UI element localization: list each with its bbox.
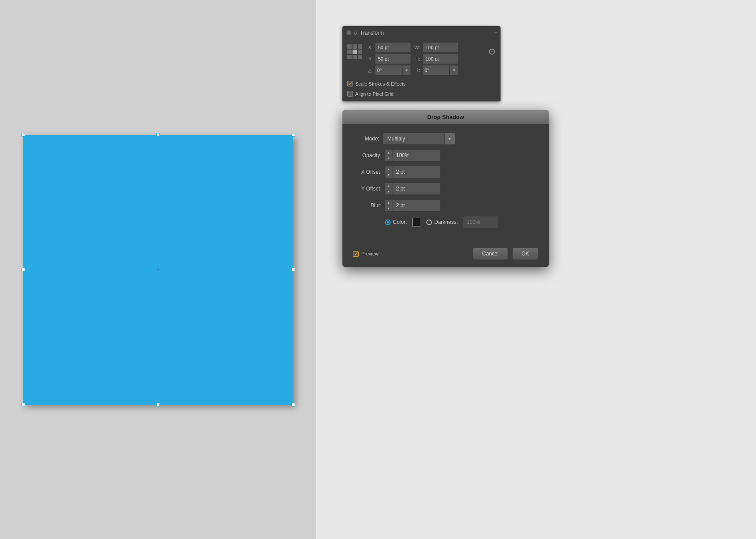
- anchor-mc[interactable]: [353, 50, 357, 54]
- angle-field-wrap: ▾: [375, 65, 410, 75]
- opacity-stepper-wrap: ▲ ▼: [385, 150, 440, 161]
- scale-strokes-checkbox[interactable]: [347, 81, 353, 86]
- y-offset-row: Y Offset: ▲ ▼: [353, 183, 538, 194]
- color-radio-button[interactable]: [385, 219, 391, 225]
- shear-field-wrap: ▾: [423, 65, 458, 75]
- drop-shadow-dialog: Drop Shadow Mode: Multiply Normal Screen…: [342, 110, 549, 267]
- dialog-footer: Preview Cancel OK: [342, 242, 549, 267]
- blur-row: Blur: ▲ ▼: [353, 200, 538, 211]
- right-panels: × ◇ Transform ≡: [342, 26, 549, 267]
- x-offset-input[interactable]: [392, 166, 440, 178]
- angle-shear-row: △: ▾ ⌇: ▾: [366, 65, 482, 75]
- mode-label: Mode:: [353, 136, 379, 142]
- anchor-ml[interactable]: [347, 50, 352, 54]
- cancel-button[interactable]: Cancel: [473, 248, 508, 260]
- handle-top-center[interactable]: [156, 133, 160, 137]
- proportional-constraint-icon[interactable]: ⊙: [488, 46, 496, 57]
- opacity-stepper-arrows: ▲ ▼: [385, 150, 392, 161]
- anchor-br[interactable]: [358, 55, 362, 59]
- blur-input[interactable]: [392, 200, 440, 211]
- scale-strokes-label: Scale Strokes & Effects: [355, 81, 406, 86]
- opacity-stepper-down[interactable]: ▼: [385, 155, 392, 161]
- darkness-radio-button[interactable]: [426, 219, 432, 225]
- ok-button[interactable]: OK: [512, 248, 538, 260]
- panel-menu-icon[interactable]: ≡: [494, 30, 497, 36]
- shear-dropdown[interactable]: ▾: [450, 65, 458, 75]
- handle-top-left[interactable]: [22, 133, 25, 137]
- h-input[interactable]: [423, 54, 458, 64]
- x-offset-stepper-up[interactable]: ▲: [385, 166, 392, 172]
- y-offset-stepper-arrows: ▲ ▼: [385, 183, 392, 194]
- x-offset-stepper-down[interactable]: ▼: [385, 172, 392, 178]
- blur-stepper-arrows: ▲ ▼: [385, 200, 392, 211]
- anchor-tr[interactable]: [358, 44, 362, 49]
- angle-input[interactable]: [375, 65, 402, 75]
- preview-label: Preview: [361, 251, 378, 256]
- w-input[interactable]: [423, 43, 458, 52]
- blur-stepper-down[interactable]: ▼: [385, 205, 392, 211]
- align-pixel-row: Align to Pixel Grid: [347, 90, 496, 97]
- dialog-buttons: Cancel OK: [473, 248, 538, 260]
- handle-bottom-right[interactable]: [292, 403, 295, 406]
- divider: [347, 77, 496, 77]
- canvas-area: [0, 0, 316, 539]
- anchor-tl[interactable]: [347, 44, 352, 49]
- align-pixel-checkbox-item[interactable]: Align to Pixel Grid: [347, 91, 393, 97]
- blur-stepper-up[interactable]: ▲: [385, 200, 392, 205]
- panel-close-button[interactable]: ×: [346, 30, 351, 35]
- darkness-radio-label: Darkness:: [434, 219, 458, 225]
- opacity-input[interactable]: [392, 150, 440, 161]
- handle-middle-left[interactable]: [22, 268, 25, 271]
- x-offset-stepper-arrows: ▲ ▼: [385, 166, 392, 178]
- anchor-mr[interactable]: [358, 50, 362, 54]
- yh-row: Y: H:: [366, 54, 482, 64]
- y-offset-stepper-down[interactable]: ▼: [385, 189, 392, 194]
- dialog-title: Drop Shadow: [427, 114, 464, 120]
- handle-top-right[interactable]: [292, 133, 295, 137]
- shear-label: ⌇:: [413, 68, 420, 73]
- handle-bottom-center[interactable]: [156, 403, 160, 406]
- color-swatch[interactable]: [412, 218, 421, 226]
- color-darkness-row: Color: Darkness:: [385, 216, 538, 228]
- angle-label: △:: [366, 68, 373, 73]
- selected-object-wrapper[interactable]: [23, 135, 293, 405]
- x-offset-stepper-wrap: ▲ ▼: [385, 166, 440, 178]
- transform-panel-title: Transform: [360, 30, 384, 36]
- color-radio-item[interactable]: Color:: [385, 219, 407, 225]
- h-label: H:: [413, 56, 420, 61]
- preview-checkbox-wrap: Preview: [353, 251, 473, 257]
- anchor-tc[interactable]: [353, 44, 357, 49]
- y-offset-stepper-up[interactable]: ▲: [385, 183, 392, 189]
- dialog-titlebar: Drop Shadow: [342, 110, 549, 124]
- preview-checkbox[interactable]: [353, 251, 359, 257]
- w-label: W:: [413, 45, 420, 50]
- mode-row: Mode: Multiply Normal Screen Overlay ▾: [353, 133, 538, 144]
- align-pixel-label: Align to Pixel Grid: [355, 91, 393, 97]
- darkness-radio-item[interactable]: Darkness:: [426, 219, 458, 225]
- opacity-stepper-up[interactable]: ▲: [385, 150, 392, 155]
- handle-middle-right[interactable]: [292, 268, 295, 271]
- mode-dropdown-arrow-icon[interactable]: ▾: [444, 133, 455, 144]
- mode-select[interactable]: Multiply Normal Screen Overlay: [383, 133, 444, 144]
- opacity-label: Opacity:: [353, 152, 382, 158]
- anchor-grid[interactable]: [347, 44, 362, 59]
- blur-label: Blur:: [353, 202, 382, 208]
- align-pixel-checkbox[interactable]: [347, 91, 353, 97]
- shear-input[interactable]: [423, 65, 449, 75]
- xw-row: X: W:: [366, 43, 482, 52]
- scale-strokes-checkbox-item[interactable]: Scale Strokes & Effects: [347, 81, 406, 86]
- blue-rectangle[interactable]: [23, 135, 293, 405]
- anchor-bc[interactable]: [353, 55, 357, 59]
- darkness-input[interactable]: [463, 216, 498, 228]
- handle-bottom-left[interactable]: [22, 403, 25, 406]
- x-offset-label: X Offset:: [353, 169, 382, 175]
- y-input[interactable]: [375, 54, 410, 64]
- y-offset-input[interactable]: [392, 183, 440, 194]
- center-point: [158, 269, 159, 270]
- x-input[interactable]: [375, 43, 410, 52]
- collapse-arrow-icon[interactable]: ◇: [354, 30, 357, 35]
- anchor-bl[interactable]: [347, 55, 352, 59]
- transform-grid: X: W: Y: H: △:: [347, 43, 496, 75]
- angle-dropdown[interactable]: ▾: [403, 65, 410, 75]
- x-offset-row: X Offset: ▲ ▼: [353, 166, 538, 178]
